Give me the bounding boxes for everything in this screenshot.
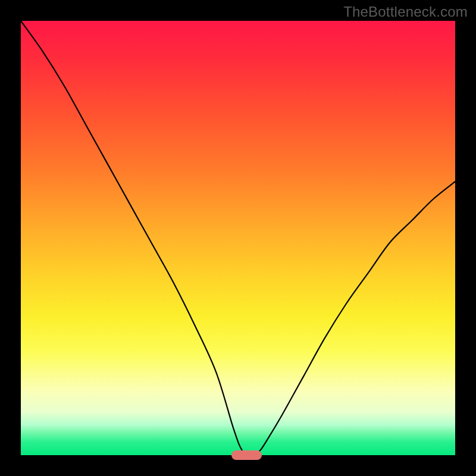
bottleneck-curve [21,21,455,455]
site-watermark: TheBottleneck.com [343,4,468,20]
optimal-range-marker [231,450,262,460]
chart-frame: TheBottleneck.com [0,0,476,476]
plot-area [21,21,455,455]
